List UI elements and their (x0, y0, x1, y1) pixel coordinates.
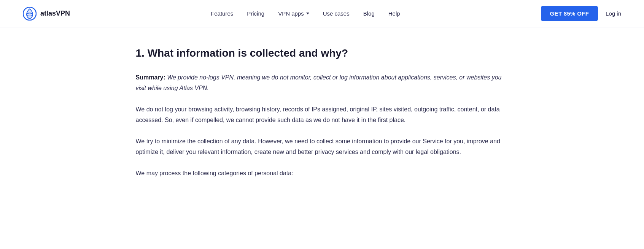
summary-paragraph: Summary: We provide no-logs VPN, meaning… (136, 72, 509, 94)
logo-link[interactable]: atlasVPN (23, 7, 70, 21)
atlas-vpn-logo-icon (23, 7, 37, 21)
summary-text: We provide no-logs VPN, meaning we do no… (136, 74, 502, 91)
logo-text: atlasVPN (40, 8, 70, 19)
nav-blog[interactable]: Blog (363, 9, 375, 18)
nav-help[interactable]: Help (388, 9, 400, 18)
section-heading: 1. What information is collected and why… (136, 46, 509, 60)
body-paragraph-3: We may process the following categories … (136, 168, 509, 179)
main-content: 1. What information is collected and why… (113, 27, 531, 201)
nav-pricing[interactable]: Pricing (247, 9, 264, 18)
login-link[interactable]: Log in (606, 9, 621, 18)
body-paragraph-2: We try to minimize the collection of any… (136, 136, 509, 157)
nav-vpn-apps[interactable]: VPN apps (278, 9, 309, 18)
chevron-down-icon (306, 13, 309, 14)
nav-actions: Get 85% OFF Log in (541, 6, 621, 21)
summary-block: Summary: We provide no-logs VPN, meaning… (136, 72, 509, 94)
summary-label: Summary: (136, 74, 165, 81)
nav-use-cases[interactable]: Use cases (323, 9, 350, 18)
site-header: atlasVPN Features Pricing VPN apps Use c… (0, 0, 644, 27)
main-nav: Features Pricing VPN apps Use cases Blog… (211, 9, 400, 18)
nav-features[interactable]: Features (211, 9, 233, 18)
body-paragraph-1: We do not log your browsing activity, br… (136, 104, 509, 125)
cta-get-discount-button[interactable]: Get 85% OFF (541, 6, 598, 21)
